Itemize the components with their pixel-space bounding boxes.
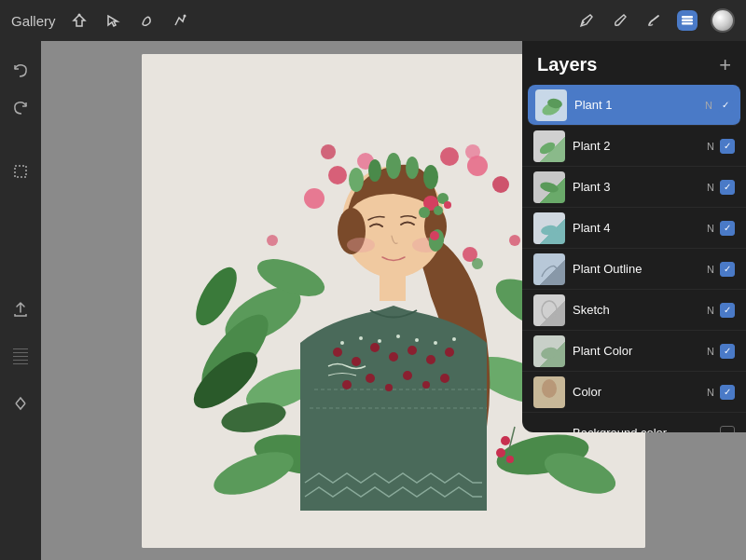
svg-rect-5 bbox=[15, 166, 26, 177]
layer-thumbnail bbox=[535, 89, 567, 121]
svg-point-76 bbox=[422, 381, 430, 389]
svg-point-68 bbox=[389, 352, 398, 362]
layer-name: Plant 3 bbox=[573, 180, 707, 194]
color-picker-circle[interactable] bbox=[711, 8, 735, 33]
layer-mode: N bbox=[707, 223, 714, 234]
svg-point-83 bbox=[434, 341, 437, 345]
svg-point-88 bbox=[349, 168, 364, 192]
layer-thumbnail bbox=[533, 417, 565, 433]
layer-row[interactable]: Plant 1 N ✓ bbox=[528, 85, 740, 126]
svg-point-38 bbox=[465, 144, 480, 159]
svg-rect-64 bbox=[380, 273, 406, 301]
flip-button[interactable] bbox=[6, 389, 35, 418]
layer-thumbnail bbox=[533, 376, 565, 408]
svg-point-84 bbox=[452, 337, 456, 341]
svg-point-74 bbox=[385, 384, 393, 391]
pen-tool-button[interactable] bbox=[576, 10, 597, 31]
layer-visibility-toggle[interactable]: ✓ bbox=[720, 303, 735, 318]
layer-thumbnail bbox=[533, 130, 565, 162]
gallery-button[interactable]: Gallery bbox=[11, 13, 56, 29]
svg-point-91 bbox=[472, 258, 483, 269]
layer-visibility-toggle[interactable]: ✓ bbox=[720, 139, 735, 154]
layer-row[interactable]: Plant 3 N ✓ bbox=[522, 167, 746, 208]
layer-row[interactable]: Color N ✓ bbox=[522, 372, 746, 413]
layer-visibility-toggle[interactable]: ✓ bbox=[720, 221, 735, 236]
layer-thumbnail bbox=[533, 335, 565, 367]
svg-point-79 bbox=[359, 336, 363, 340]
svg-point-75 bbox=[403, 371, 412, 380]
svg-point-80 bbox=[378, 339, 381, 343]
svg-rect-2 bbox=[682, 16, 693, 19]
layers-add-button[interactable]: + bbox=[719, 55, 731, 75]
layers-header: Layers + bbox=[522, 41, 746, 85]
svg-point-35 bbox=[440, 147, 459, 166]
svg-point-58 bbox=[419, 207, 430, 218]
layer-visibility-toggle[interactable]: ✓ bbox=[720, 385, 735, 400]
selection-tool-button[interactable] bbox=[103, 10, 123, 31]
layers-panel: Layers + Plant 1 N ✓ Plant 2 N ✓ bbox=[522, 41, 746, 432]
layer-thumbnail bbox=[533, 212, 565, 244]
layer-name: Plant 2 bbox=[573, 139, 707, 153]
layer-name: Background color bbox=[573, 426, 714, 432]
layer-name: Plant Outline bbox=[573, 262, 707, 276]
svg-point-96 bbox=[540, 224, 558, 236]
layer-visibility-toggle[interactable] bbox=[720, 426, 735, 433]
svg-point-82 bbox=[415, 338, 419, 342]
layer-mode: N bbox=[705, 100, 712, 111]
svg-point-95 bbox=[539, 180, 560, 194]
svg-point-73 bbox=[366, 374, 375, 383]
svg-point-98 bbox=[540, 345, 559, 360]
layer-row[interactable]: Plant Color N ✓ bbox=[522, 331, 746, 372]
layer-visibility-toggle[interactable]: ✓ bbox=[718, 98, 733, 113]
svg-point-86 bbox=[368, 159, 381, 182]
export-button[interactable] bbox=[6, 294, 35, 324]
svg-point-78 bbox=[340, 341, 344, 345]
layer-name: Plant Color bbox=[573, 344, 707, 358]
layer-row[interactable]: Plant 2 N ✓ bbox=[522, 126, 746, 167]
svg-point-60 bbox=[347, 238, 375, 253]
svg-point-77 bbox=[440, 374, 449, 383]
brush-tool-button[interactable] bbox=[610, 10, 630, 31]
layer-name: Sketch bbox=[573, 303, 707, 317]
svg-point-66 bbox=[352, 357, 361, 366]
svg-point-94 bbox=[538, 140, 558, 157]
transform-tool-button[interactable] bbox=[170, 10, 190, 31]
redo-button[interactable] bbox=[6, 93, 35, 123]
svg-point-59 bbox=[444, 201, 451, 209]
smudge-tool-button[interactable] bbox=[643, 10, 664, 31]
layer-mode: N bbox=[707, 182, 714, 193]
layer-row[interactable]: Plant Outline N ✓ bbox=[522, 249, 746, 290]
svg-point-1 bbox=[183, 15, 186, 18]
svg-point-89 bbox=[423, 165, 438, 189]
svg-point-67 bbox=[370, 343, 380, 352]
layer-visibility-toggle[interactable]: ✓ bbox=[720, 262, 735, 277]
left-tools-panel bbox=[0, 41, 41, 560]
svg-point-34 bbox=[321, 144, 336, 159]
toolbar-right bbox=[576, 8, 735, 33]
svg-point-100 bbox=[542, 379, 557, 398]
toolbar-left: Gallery bbox=[11, 10, 190, 31]
svg-point-87 bbox=[406, 157, 419, 179]
layer-thumbnail bbox=[533, 253, 565, 285]
liquify-tool-button[interactable] bbox=[136, 10, 157, 31]
layer-row[interactable]: Sketch N ✓ bbox=[522, 290, 746, 331]
svg-point-0 bbox=[77, 14, 80, 17]
svg-point-31 bbox=[304, 188, 325, 209]
layer-visibility-toggle[interactable]: ✓ bbox=[720, 344, 735, 359]
layer-row[interactable]: Background color bbox=[522, 413, 746, 432]
svg-point-32 bbox=[328, 166, 347, 184]
svg-point-57 bbox=[434, 206, 443, 215]
undo-button[interactable] bbox=[6, 56, 35, 86]
svg-point-97 bbox=[542, 301, 557, 320]
svg-point-47 bbox=[501, 436, 510, 445]
selection-rect-button[interactable] bbox=[6, 157, 35, 186]
layers-button[interactable] bbox=[677, 10, 698, 31]
modify-tool-button[interactable] bbox=[69, 10, 90, 31]
layer-thumbnail bbox=[533, 294, 565, 326]
svg-point-85 bbox=[386, 153, 401, 179]
layer-name: Plant 1 bbox=[574, 98, 705, 112]
layer-name: Plant 4 bbox=[573, 221, 707, 235]
layer-row[interactable]: Plant 4 N ✓ bbox=[522, 208, 746, 249]
svg-point-37 bbox=[492, 176, 509, 193]
layer-visibility-toggle[interactable]: ✓ bbox=[720, 180, 735, 195]
